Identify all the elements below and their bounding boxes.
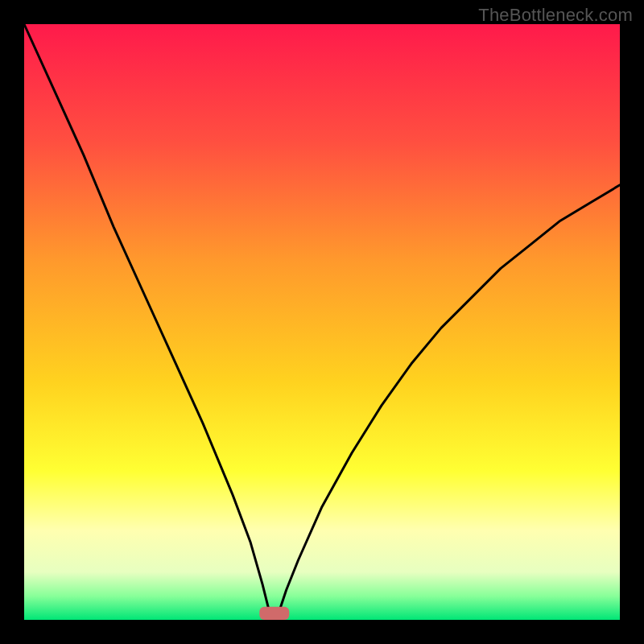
chart-container: TheBottleneck.com xyxy=(0,0,644,644)
watermark-text: TheBottleneck.com xyxy=(478,5,633,26)
chart-svg xyxy=(0,0,644,644)
plot-background xyxy=(24,24,620,620)
minimum-marker xyxy=(259,607,289,620)
